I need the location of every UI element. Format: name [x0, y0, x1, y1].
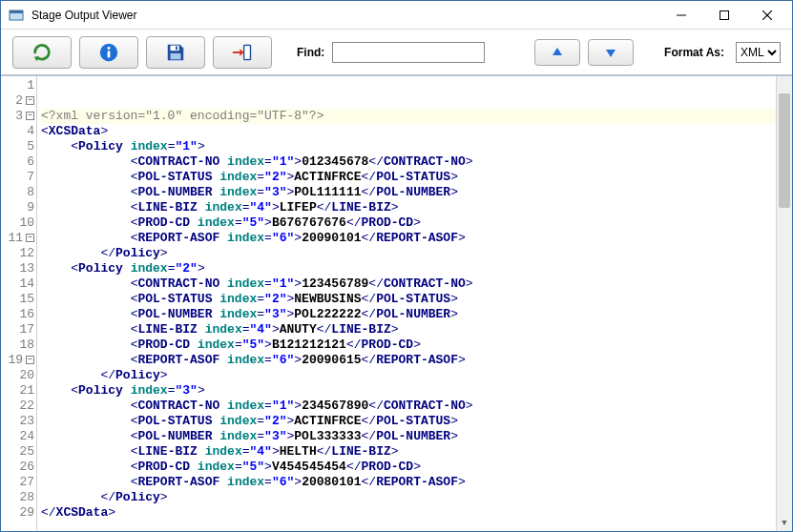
minimize-button[interactable]: [659, 2, 702, 29]
svg-rect-1: [10, 10, 23, 13]
export-button[interactable]: [213, 36, 272, 69]
code-line: <Policy index="3">: [41, 383, 792, 399]
code-line: <REPORT-ASOF index="6">20090101</REPORT-…: [41, 231, 792, 246]
code-line: <PROD-CD index="5">V454545454</PROD-CD>: [41, 460, 792, 475]
toolbar: Find: Format As: XML: [1, 30, 792, 75]
find-input[interactable]: [332, 42, 485, 63]
editor: 12−3−4567891011−1213141516171819−2021222…: [1, 75, 792, 531]
vertical-scrollbar[interactable]: ▴ ▾: [776, 76, 792, 531]
fold-toggle[interactable]: −: [26, 234, 34, 242]
save-button[interactable]: [146, 36, 205, 69]
svg-marker-16: [553, 48, 562, 55]
code-line: <PROD-CD index="5">B676767676</PROD-CD>: [41, 215, 792, 231]
svg-rect-9: [108, 51, 111, 57]
code-line: </XCSData>: [41, 505, 792, 521]
fold-toggle[interactable]: −: [26, 112, 34, 120]
code-line: <POL-NUMBER index="3">POL333333</POL-NUM…: [41, 429, 792, 444]
code-line: <POL-STATUS index="2">ACTINFRCE</POL-STA…: [41, 414, 792, 429]
code-line: <CONTRACT-NO index="1">123456789</CONTRA…: [41, 276, 792, 292]
code-line: <CONTRACT-NO index="1">234567890</CONTRA…: [41, 399, 792, 414]
code-line: [41, 521, 792, 531]
code-line: <PROD-CD index="5">B121212121</PROD-CD>: [41, 338, 792, 353]
code-line: <Policy index="1">: [41, 139, 792, 154]
fold-toggle[interactable]: −: [26, 356, 34, 364]
app-icon: [9, 8, 24, 23]
code-line: <POL-STATUS index="2">NEWBUSINS</POL-STA…: [41, 292, 792, 307]
code-line: <?xml version="1.0" encoding="UTF-8"?>: [41, 109, 792, 124]
code-line: <POL-STATUS index="2">ACTINFRCE</POL-STA…: [41, 170, 792, 185]
svg-rect-10: [171, 45, 179, 51]
code-area[interactable]: <?xml version="1.0" encoding="UTF-8"?><X…: [37, 76, 792, 531]
svg-rect-3: [720, 10, 728, 19]
close-button[interactable]: [745, 2, 788, 29]
find-label: Find:: [297, 46, 324, 59]
format-as-label: Format As:: [664, 46, 724, 59]
svg-rect-14: [244, 46, 250, 59]
format-select[interactable]: XML: [736, 42, 781, 63]
code-line: <REPORT-ASOF index="6">20080101</REPORT-…: [41, 475, 792, 490]
code-line: </Policy>: [41, 490, 792, 505]
code-line: <LINE-BIZ index="4">LIFEP</LINE-BIZ>: [41, 200, 792, 215]
window-controls: [659, 2, 788, 29]
code-line: <LINE-BIZ index="4">HELTH</LINE-BIZ>: [41, 444, 792, 460]
find-prev-button[interactable]: [534, 39, 580, 66]
scroll-down-icon[interactable]: ▾: [777, 515, 792, 531]
refresh-button[interactable]: [12, 36, 72, 69]
svg-rect-11: [171, 52, 181, 58]
code-line: <REPORT-ASOF index="6">20090615</REPORT-…: [41, 353, 792, 368]
window-title: Stage Output Viewer: [31, 9, 659, 22]
info-button[interactable]: [79, 36, 138, 69]
code-line: </Policy>: [41, 368, 792, 383]
code-line: <POL-NUMBER index="3">POL111111</POL-NUM…: [41, 185, 792, 200]
svg-point-8: [108, 46, 111, 49]
maximize-button[interactable]: [702, 2, 745, 29]
svg-marker-17: [606, 50, 616, 57]
code-line: <Policy index="2">: [41, 261, 792, 276]
fold-toggle[interactable]: −: [26, 96, 34, 105]
line-gutter: 12−3−4567891011−1213141516171819−2021222…: [1, 76, 37, 531]
svg-rect-12: [176, 46, 177, 50]
code-line: <CONTRACT-NO index="1">012345678</CONTRA…: [41, 154, 792, 170]
find-next-button[interactable]: [588, 39, 634, 66]
code-line: <LINE-BIZ index="4">ANUTY</LINE-BIZ>: [41, 322, 792, 338]
code-line: <POL-NUMBER index="3">POL222222</POL-NUM…: [41, 307, 792, 322]
code-line: <XCSData>: [41, 124, 792, 139]
scroll-thumb[interactable]: [779, 93, 790, 208]
svg-marker-15: [233, 49, 244, 55]
titlebar: Stage Output Viewer: [1, 1, 792, 30]
code-line: </Policy>: [41, 246, 792, 261]
